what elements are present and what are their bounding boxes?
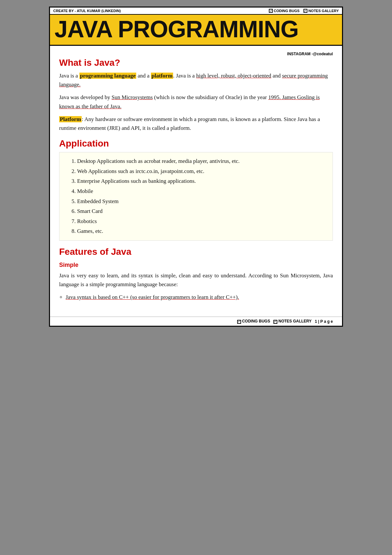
simple-para1: Java is very easy to learn, and its synt… <box>59 271 333 289</box>
header-top-bar: CREATE BY - ATUL KUMAR (LINKEDIN) ✓ CODI… <box>50 8 342 15</box>
footer-notes-gallery-icon: ✓ <box>273 320 277 324</box>
java-syntax-bullet: Java syntax is based on C++ (so easier f… <box>66 294 239 300</box>
simple-subheading: Simple <box>59 262 333 269</box>
instagram-tag: INSTAGRAM -@codeatul <box>287 52 333 56</box>
footer-coding-bugs-icon: ✓ <box>237 320 241 324</box>
created-by-label: CREATE BY - ATUL KUMAR (LINKEDIN) <box>53 9 121 13</box>
application-heading: Application <box>59 138 333 149</box>
application-ordered-list: Desktop Applications such as acrobat rea… <box>69 156 327 236</box>
java-intro-para2: Java was developed by Sun Microsystems (… <box>59 93 333 111</box>
sun-microsystems-underline: Sun Microsystems <box>112 94 153 100</box>
notes-gallery-checkbox-icon: ✓ <box>303 9 307 13</box>
header-top-right: ✓ CODING BUGS ✓ NOTES GALLERY <box>269 9 339 13</box>
list-item: Games, etc. <box>77 226 327 236</box>
footer-coding-bugs: ✓ CODING BUGS <box>237 319 270 324</box>
list-item: Robotics <box>77 217 327 227</box>
platform-highlight: platform <box>151 73 173 79</box>
simple-bullet-list: Java syntax is based on C++ (so easier f… <box>59 293 333 302</box>
list-item: Smart Card <box>77 206 327 217</box>
list-item: Embedded System <box>77 197 327 207</box>
coding-bugs-header: ✓ CODING BUGS <box>269 9 300 13</box>
coding-bugs-checkbox-icon: ✓ <box>269 9 273 13</box>
platform-text: Any hardware or software environment in … <box>59 116 320 131</box>
footer-notes-gallery: ✓ NOTES GALLERY <box>273 319 312 324</box>
list-item: Java syntax is based on C++ (so easier f… <box>66 293 333 302</box>
list-item: Enterprise Applications such as banking … <box>77 176 327 186</box>
application-list-box: Desktop Applications such as acrobat rea… <box>59 152 333 241</box>
footer-icons: ✓ CODING BUGS ✓ NOTES GALLERY 1 | P a g … <box>237 319 333 324</box>
header-title-bar: JAVA PROGRAMMING <box>50 15 342 46</box>
platform-bold-label: Platform <box>59 116 82 122</box>
java-intro-text4: and <box>271 73 282 79</box>
footer: ✓ CODING BUGS ✓ NOTES GALLERY 1 | P a g … <box>50 317 342 326</box>
java-intro-para1: Java is a programming language and a pla… <box>59 71 333 89</box>
para2-text1: Java was developed by <box>59 94 112 100</box>
high-level-underline: high level, robust, object-oriented <box>196 73 271 79</box>
java-intro-text3: . Java is a <box>173 73 196 79</box>
para2-text2: (which is now the subsidiary of Oracle) … <box>153 94 269 100</box>
java-intro-text1: Java is a <box>59 73 79 79</box>
page: CREATE BY - ATUL KUMAR (LINKEDIN) ✓ CODI… <box>49 7 343 327</box>
notes-gallery-header: ✓ NOTES GALLERY <box>303 9 339 13</box>
features-heading: Features of Java <box>59 247 333 257</box>
java-intro-text2: and a <box>136 73 151 79</box>
list-item: Desktop Applications such as acrobat rea… <box>77 156 327 166</box>
page-title: JAVA PROGRAMMING <box>55 17 337 41</box>
footer-page-number: 1 | P a g e <box>315 319 333 324</box>
platform-para: Platform: Any hardware or software envir… <box>59 115 333 132</box>
what-is-java-heading: What is Java? <box>59 58 333 68</box>
programming-language-highlight: programming language <box>79 73 136 79</box>
content-area: INSTAGRAM -@codeatul What is Java? Java … <box>50 46 342 307</box>
list-item: Web Applications such as irctc.co.in, ja… <box>77 166 327 177</box>
list-item: Mobile <box>77 186 327 197</box>
